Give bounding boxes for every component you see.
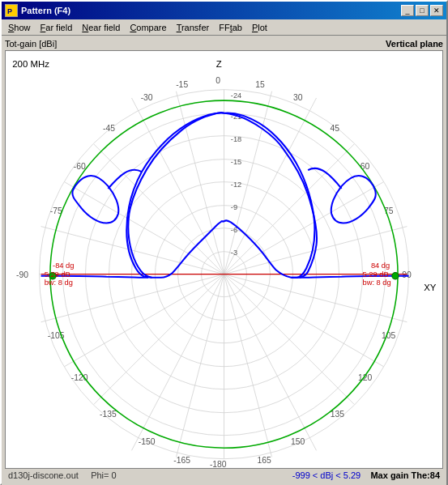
svg-text:165: 165 [258, 456, 272, 465]
svg-text:135: 135 [331, 410, 345, 419]
svg-text:5.29 dB: 5.29 dB [45, 270, 70, 279]
svg-text:200 MHz: 200 MHz [12, 59, 49, 69]
svg-text:-9: -9 [231, 203, 237, 211]
menu-compare[interactable]: Compare [125, 21, 171, 34]
svg-text:bw: 8 dg: bw: 8 dg [363, 279, 391, 287]
svg-text:-120: -120 [71, 373, 88, 382]
svg-text:XY: XY [424, 283, 437, 292]
plane-label: Vertical plane [386, 39, 443, 49]
maximize-button[interactable]: □ [416, 5, 429, 16]
main-window: P Pattern (F4) _ □ ✕ Show Far field Near… [0, 0, 448, 485]
menu-farfield[interactable]: Far field [36, 21, 78, 34]
range-label: -999 < dBj < 5.29 [292, 470, 361, 480]
info-bar: Tot-gain [dBi] Vertical plane [5, 39, 443, 49]
content-area: Tot-gain [dBi] Vertical plane 200 MHz Z … [2, 36, 446, 485]
svg-text:90: 90 [402, 270, 412, 279]
window-controls: _ □ ✕ [401, 5, 443, 16]
svg-text:45: 45 [331, 124, 340, 133]
svg-text:-90: -90 [16, 270, 28, 279]
phi-label: Phi= 0 [91, 470, 117, 480]
svg-text:105: 105 [382, 331, 396, 340]
svg-text:-150: -150 [139, 437, 156, 446]
svg-text:-60: -60 [74, 162, 86, 171]
close-button[interactable]: ✕ [430, 5, 443, 16]
svg-text:-15: -15 [176, 80, 188, 89]
svg-text:-30: -30 [141, 93, 153, 102]
polar-chart[interactable]: 200 MHz Z XY [5, 50, 443, 469]
svg-text:150: 150 [291, 437, 305, 446]
menu-show[interactable]: Show [3, 21, 36, 34]
file-label: d130j-discone.out [8, 470, 79, 480]
svg-text:0: 0 [215, 76, 220, 85]
svg-text:-15: -15 [231, 158, 241, 166]
svg-text:-3: -3 [231, 249, 237, 257]
svg-text:-165: -165 [173, 456, 190, 465]
max-gain-label: Max gain The:84 [370, 470, 440, 480]
menu-bar: Show Far field Near field Compare Transf… [2, 19, 446, 36]
y-axis-label: Tot-gain [dBi] [5, 39, 57, 49]
menu-fftab[interactable]: FFtab [214, 21, 247, 34]
svg-text:-45: -45 [103, 124, 115, 133]
menu-plot[interactable]: Plot [247, 21, 272, 34]
svg-text:-12: -12 [231, 181, 241, 189]
menu-nearfield[interactable]: Near field [77, 21, 125, 34]
title-bar: P Pattern (F4) _ □ ✕ [2, 2, 446, 19]
svg-text:5.29 dB: 5.29 dB [363, 270, 389, 279]
svg-text:84 dg: 84 dg [371, 262, 390, 270]
svg-point-71 [392, 273, 399, 279]
svg-text:-24: -24 [231, 91, 241, 100]
status-bar: d130j-discone.out Phi= 0 -999 < dBj < 5.… [5, 469, 443, 482]
svg-text:-18: -18 [231, 135, 241, 143]
minimize-button[interactable]: _ [401, 5, 414, 16]
svg-text:-135: -135 [100, 410, 117, 419]
menu-transfer[interactable]: Transfer [172, 21, 215, 34]
svg-text:15: 15 [255, 80, 265, 89]
svg-text:Z: Z [216, 59, 222, 69]
svg-text:-84 dg: -84 dg [53, 262, 74, 270]
window-title: Pattern (F4) [21, 6, 70, 15]
svg-text:30: 30 [293, 93, 303, 102]
svg-text:P: P [7, 7, 12, 15]
svg-text:60: 60 [361, 162, 370, 171]
svg-text:-180: -180 [210, 460, 227, 468]
svg-text:bw: 8 dg: bw: 8 dg [45, 279, 73, 287]
app-icon: P [5, 4, 18, 17]
